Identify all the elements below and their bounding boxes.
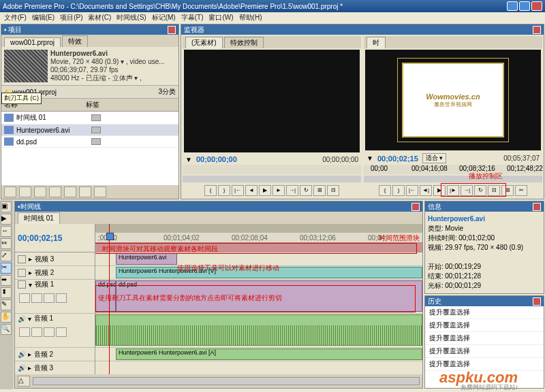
col-label[interactable]: 标签: [86, 100, 99, 110]
close-button[interactable]: [531, 1, 542, 11]
set-out-button[interactable]: }: [218, 185, 230, 196]
project-panel-titlebar[interactable]: ▪ 项目: [1, 24, 178, 35]
set-out-button[interactable]: }: [392, 185, 405, 196]
goto-next-button[interactable]: →|: [461, 185, 473, 196]
track-a3-content[interactable]: [95, 361, 422, 374]
set-in-button[interactable]: {: [379, 185, 391, 196]
lift-button[interactable]: ⊟: [488, 185, 500, 196]
track-header-v1[interactable]: ▾ 视频 1: [15, 280, 95, 314]
minimize-button[interactable]: [507, 1, 518, 11]
rolling-tool[interactable]: ⇔: [1, 238, 12, 249]
program-zoombar[interactable]: [364, 176, 542, 182]
menu-timeline[interactable]: 时间线(S): [116, 13, 146, 22]
step-back-button[interactable]: ◄|: [420, 185, 432, 196]
track-opt-button[interactable]: [56, 293, 67, 303]
monitor-panel-titlebar[interactable]: 监视器: [181, 24, 544, 35]
insert-button[interactable]: ⊞: [313, 185, 326, 196]
tab-sequence[interactable]: 时间线 01: [18, 212, 60, 224]
tab-effects[interactable]: 特效: [62, 35, 88, 47]
icon-view-button[interactable]: [19, 186, 31, 197]
new-item-button[interactable]: [79, 186, 91, 197]
new-bin-button[interactable]: [64, 186, 76, 197]
playhead[interactable]: [109, 224, 110, 374]
razor-tool[interactable]: ✂: [1, 263, 12, 274]
info-close-icon[interactable]: [533, 203, 541, 211]
program-ruler[interactable]: 00;00 00;04;16;08 00;08;32;16 00;12;48;2…: [364, 165, 542, 174]
ripple-tool[interactable]: ↔: [1, 226, 12, 237]
clip[interactable]: Hunterpower6 Hunterpower6.avi [A]: [116, 348, 422, 360]
timeline-track-area[interactable]: ;00;00 00;01;04;02 00;02;08;04 00;03;12;…: [95, 224, 422, 374]
list-view-button[interactable]: [4, 186, 16, 197]
maximize-button[interactable]: [519, 1, 530, 11]
rate-tool[interactable]: ⤢: [1, 250, 12, 261]
menu-file[interactable]: 文件(F): [4, 13, 27, 22]
history-item[interactable]: 提升覆盖选择: [425, 306, 544, 319]
goto-out-button[interactable]: →|: [286, 185, 298, 196]
find-button[interactable]: [49, 186, 61, 197]
track-a2-content[interactable]: Hunterpower6 Hunterpower6.avi [A]: [95, 348, 422, 361]
source-monitor-screen[interactable]: [184, 50, 360, 152]
audio-clip[interactable]: [95, 314, 422, 346]
track-opt-button[interactable]: [31, 327, 42, 337]
history-item[interactable]: 提升覆盖选择: [425, 332, 544, 345]
tab-program[interactable]: 时: [367, 37, 386, 48]
project-close-icon[interactable]: [168, 26, 176, 34]
menu-title[interactable]: 字幕(T): [181, 13, 204, 22]
track-header-a3[interactable]: 🔊 ▸ 音频 3: [15, 361, 95, 374]
label-swatch[interactable]: [91, 127, 101, 133]
label-swatch[interactable]: [91, 114, 101, 121]
track-header-v2[interactable]: ▸ 视频 2: [15, 266, 95, 280]
track-v2-content[interactable]: Hunterpower6 Hunterpower6.avi [V]: [95, 266, 422, 280]
auto-button[interactable]: [34, 186, 46, 197]
play-button[interactable]: ▶: [433, 185, 446, 196]
info-panel-titlebar[interactable]: 信息: [425, 201, 544, 212]
track-opt-button[interactable]: [44, 293, 54, 303]
hand-tool[interactable]: ✋: [1, 312, 12, 323]
zoom-slider[interactable]: △: [18, 376, 30, 387]
label-swatch[interactable]: [91, 138, 101, 145]
history-close-icon[interactable]: [533, 297, 541, 306]
history-item[interactable]: 提升覆盖选择: [425, 345, 544, 358]
clip[interactable]: dd.psd: [95, 280, 116, 312]
source-zoombar[interactable]: [183, 176, 361, 182]
timeline-ruler[interactable]: ;00;00 00;01;04;02 00;02;08;04 00;03;12;…: [95, 224, 422, 243]
work-area-bar[interactable]: [95, 243, 422, 252]
track-opt-button[interactable]: [31, 293, 42, 303]
menu-marker[interactable]: 标记(M): [152, 13, 176, 22]
track-header-a1[interactable]: 🔊 ▾ 音频 1: [15, 314, 95, 348]
track-a1-content[interactable]: [95, 314, 422, 348]
track-opt-button[interactable]: [44, 327, 54, 337]
list-item[interactable]: dd.psd: [1, 136, 178, 148]
track-opt-button[interactable]: [19, 293, 30, 303]
timeline-panel-titlebar[interactable]: ▪ 时间线: [15, 201, 422, 212]
goto-in-button[interactable]: |←: [232, 185, 244, 196]
pen-tool[interactable]: ✎: [1, 299, 12, 310]
slide-tool[interactable]: ⬍: [1, 287, 12, 298]
zoom-tool[interactable]: 🔍: [1, 324, 12, 335]
eye-icon[interactable]: [18, 269, 26, 277]
loop-button[interactable]: ↻: [474, 185, 486, 196]
overlay-button[interactable]: ⊟: [327, 185, 339, 196]
timeline-timecode[interactable]: 00;00;02;15: [18, 233, 62, 243]
menu-edit[interactable]: 编辑(E): [32, 13, 54, 22]
monitor-close-icon[interactable]: [533, 26, 541, 34]
tab-source[interactable]: (无素材): [185, 37, 223, 48]
program-monitor-screen[interactable]: Wowmovies.cn 魔兽世界视频网: [365, 50, 541, 150]
menu-help[interactable]: 帮助(H): [239, 13, 262, 22]
timeline-scrollbar[interactable]: [33, 377, 420, 385]
track-opt-button[interactable]: [19, 327, 30, 337]
track-v3-content[interactable]: Hunterpower6.avi: [95, 252, 422, 266]
trash-button[interactable]: [94, 186, 106, 197]
list-item[interactable]: Hunterpower6.avi: [1, 125, 178, 136]
track-opt-button[interactable]: [56, 327, 67, 337]
tab-project-file[interactable]: wow001.prproj: [4, 37, 61, 47]
step-fwd-button[interactable]: ►: [272, 185, 285, 196]
zoom-fit-dropdown[interactable]: 适合 ▾: [422, 153, 447, 163]
list-item[interactable]: 时间线 01: [1, 112, 178, 125]
program-timecode[interactable]: 00;00;02;15: [377, 154, 418, 163]
eye-icon[interactable]: [18, 280, 26, 289]
clip[interactable]: Hunterpower6.avi: [116, 253, 177, 265]
trim-button[interactable]: ✂: [515, 185, 527, 196]
track-select-tool[interactable]: ▶: [1, 214, 12, 225]
track-v1-content[interactable]: dd.psd dd.psd: [95, 280, 422, 314]
